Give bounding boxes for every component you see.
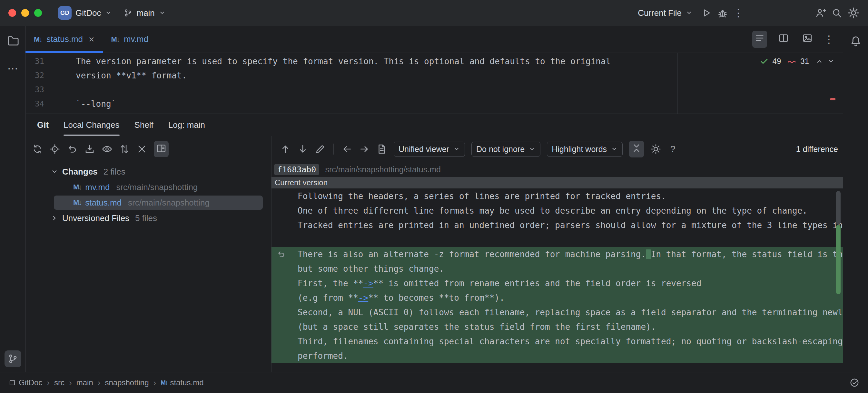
help-button[interactable]: ?: [668, 144, 678, 154]
expand-all-icon[interactable]: [119, 144, 130, 155]
editor-margin-guide: [677, 53, 678, 114]
file-row-mv-md[interactable]: M↓ mv.md src/main/snapshotting: [26, 179, 271, 195]
tab-status-md[interactable]: M↓ status.md ×: [26, 26, 103, 53]
file-name: status.md: [85, 198, 122, 208]
collapse-all-icon[interactable]: [136, 144, 147, 155]
md-editor-only-toggle[interactable]: [752, 31, 767, 48]
editor[interactable]: 31The version parameter is used to speci…: [26, 53, 843, 114]
diff-content[interactable]: Following the headers, a series of lines…: [272, 188, 843, 372]
markdown-file-icon: M↓: [73, 183, 81, 191]
more-tool-windows-button[interactable]: ⋯: [4, 60, 21, 77]
git-tool-button[interactable]: [4, 351, 21, 367]
unversioned-files-row[interactable]: Unversioned Files 5 files: [26, 210, 271, 226]
error-stripe-mark[interactable]: [830, 98, 835, 100]
revert-change-icon[interactable]: [277, 250, 286, 259]
forward-button[interactable]: [359, 144, 370, 155]
viewer-mode-dropdown[interactable]: Unified viewer: [394, 142, 465, 157]
previous-difference-button[interactable]: [280, 144, 291, 155]
previous-problem-icon[interactable]: [815, 57, 823, 65]
locate-icon[interactable]: [49, 144, 60, 155]
editor-line[interactable]: 32version **v1** format.: [26, 68, 843, 83]
breadcrumb-separator: ›: [152, 378, 158, 388]
chevron-down-icon[interactable]: [51, 168, 58, 176]
edit-source-button[interactable]: [315, 144, 326, 155]
next-problem-icon[interactable]: [827, 57, 835, 65]
tab-local-changes[interactable]: Local Changes: [64, 114, 119, 136]
debug-button[interactable]: [717, 7, 728, 19]
diff-text-segment: There is also an alternate -z format rec…: [298, 249, 646, 259]
git-branch-icon: [123, 8, 132, 18]
markdown-file-icon: M↓: [73, 199, 81, 207]
code-text[interactable]: `--long`: [44, 97, 116, 111]
code-text[interactable]: [44, 83, 76, 97]
run-configuration-selector[interactable]: Current File: [634, 5, 696, 21]
editor-and-toolwindow: M↓ status.md × M↓ mv.md: [26, 26, 843, 372]
status-indicator-icon[interactable]: [849, 377, 860, 388]
highlight-policy-dropdown[interactable]: Highlight words: [547, 142, 623, 157]
breadcrumb-snapshotting[interactable]: snapshotting: [105, 378, 149, 387]
close-window-button[interactable]: [8, 9, 16, 17]
changes-tree: Changes 2 files M↓ mv.md src/main/snapsh…: [26, 162, 271, 372]
markdown-file-icon: M↓: [111, 35, 119, 43]
preview-diff-toggle[interactable]: [154, 141, 168, 157]
project-tool-button[interactable]: [4, 32, 21, 49]
changes-root-row[interactable]: Changes 2 files: [26, 164, 271, 179]
markdown-file-icon: M↓: [34, 35, 42, 43]
git-toolwindow: Git Local Changes Shelf Log: main: [26, 114, 843, 372]
highlight-policy-value: Highlight words: [552, 145, 607, 154]
search-everywhere-button[interactable]: [831, 7, 842, 19]
diff-scrollbar-thumb[interactable]: [836, 191, 841, 224]
breadcrumb-project[interactable]: GitDoc: [8, 378, 42, 387]
editor-options-button[interactable]: ⋮: [824, 34, 834, 44]
tab-shelf[interactable]: Shelf: [134, 114, 153, 136]
markdown-link[interactable]: ->: [363, 278, 373, 288]
editor-line[interactable]: 33: [26, 83, 843, 97]
tab-log-main[interactable]: Log: main: [168, 114, 205, 136]
close-tab-icon[interactable]: ×: [89, 34, 94, 44]
breadcrumb-separator: ›: [45, 378, 51, 388]
breadcrumb-src[interactable]: src: [54, 378, 64, 387]
ellipsis-icon: ⋯: [7, 66, 19, 71]
back-button[interactable]: [341, 144, 352, 155]
next-difference-button[interactable]: [297, 144, 308, 155]
shelve-icon[interactable]: [84, 144, 95, 155]
ignore-policy-dropdown[interactable]: Do not ignore: [471, 142, 540, 157]
titlebar: GD GitDoc main Current File ⋮: [0, 0, 868, 26]
preview-eye-icon[interactable]: [101, 144, 113, 155]
chevron-right-icon[interactable]: [51, 214, 58, 222]
diff-settings-gear-icon[interactable]: [650, 144, 661, 155]
settings-gear-icon[interactable]: [847, 7, 860, 19]
md-split-view-toggle[interactable]: [776, 31, 791, 48]
minimize-window-button[interactable]: [21, 9, 29, 17]
refresh-icon[interactable]: [32, 144, 43, 155]
notifications-button[interactable]: [847, 33, 864, 50]
rollback-icon[interactable]: [67, 144, 78, 155]
branch-widget[interactable]: main: [120, 5, 168, 21]
line-number: 32: [26, 68, 44, 83]
more-actions-button[interactable]: ⋮: [733, 8, 744, 18]
zoom-window-button[interactable]: [34, 9, 42, 17]
code-with-me-button[interactable]: [815, 7, 826, 19]
editor-line[interactable]: 34`--long`: [26, 97, 843, 111]
breadcrumb-label: status.md: [170, 378, 204, 387]
file-row-status-md[interactable]: M↓ status.md src/main/snapshotting: [26, 195, 271, 210]
tab-mv-md[interactable]: M↓ mv.md: [103, 26, 157, 53]
collapse-unchanged-toggle[interactable]: [629, 141, 644, 157]
line-number: 31: [26, 54, 44, 68]
md-preview-toggle[interactable]: [800, 31, 815, 48]
breadcrumb-main[interactable]: main: [76, 378, 93, 387]
jump-to-source-button[interactable]: [376, 144, 387, 155]
diff-change-stripe[interactable]: [836, 225, 841, 294]
commit-hash[interactable]: f1683ab0: [274, 164, 319, 175]
project-widget[interactable]: GD GitDoc: [55, 4, 115, 22]
markdown-link[interactable]: ->: [358, 293, 368, 303]
editor-line[interactable]: 31The version parameter is used to speci…: [26, 54, 843, 68]
breadcrumb-file[interactable]: M↓ status.md: [161, 378, 204, 387]
line-number: 33: [26, 83, 44, 97]
inspections-widget[interactable]: 49 31: [760, 57, 835, 66]
breadcrumb-label: src: [54, 378, 64, 387]
code-text[interactable]: version **v1** format.: [44, 68, 187, 83]
run-button[interactable]: [701, 7, 712, 19]
diff-text-segment: ** is omitted from rename entries and th…: [373, 278, 701, 288]
code-text[interactable]: The version parameter is used to specify…: [44, 54, 611, 68]
